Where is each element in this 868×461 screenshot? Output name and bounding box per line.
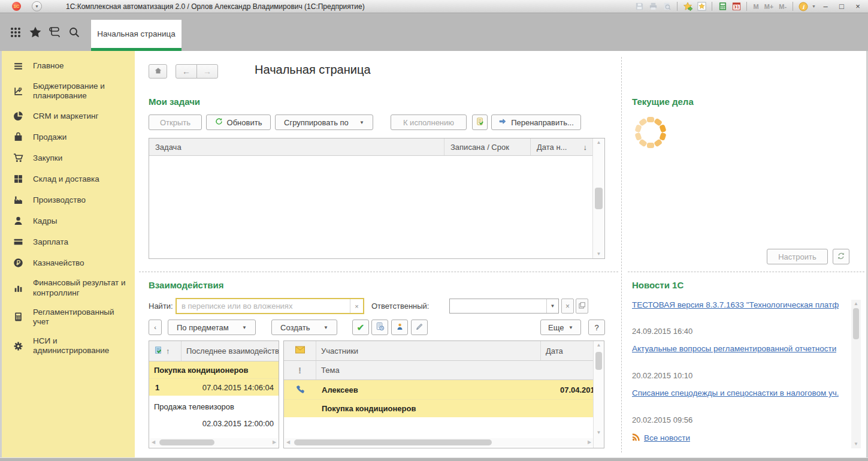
scrollbar-thumb[interactable] (294, 439, 492, 445)
refresh-tasks-button[interactable]: Обновить (206, 115, 271, 130)
scroll-left-icon[interactable]: ◀ (285, 438, 292, 447)
scroll-up-icon[interactable]: ▲ (594, 341, 604, 349)
edit-pen-button[interactable] (411, 320, 428, 335)
refresh-affairs-button[interactable] (833, 249, 849, 264)
memory-m-button[interactable]: M (752, 3, 760, 10)
sidebar-item-treasury[interactable]: Казначейство (2, 252, 135, 273)
info-icon[interactable]: i (798, 2, 809, 11)
scroll-down-icon[interactable]: ▼ (594, 429, 604, 437)
configure-button[interactable]: Настроить (767, 249, 828, 264)
by-subjects-button[interactable]: По предметам ▼ (168, 320, 256, 335)
calendar-icon[interactable]: 31 (731, 2, 742, 11)
forward-task-button[interactable]: Перенаправить... (491, 115, 581, 130)
collapse-panel-button[interactable]: ‹ (149, 320, 162, 335)
news-link[interactable]: Списание спецодежды и спецоснастки в нал… (632, 388, 839, 397)
add-to-favorites-icon[interactable] (682, 2, 693, 11)
group-by-button[interactable]: Сгруппировать по ▼ (275, 115, 373, 130)
scroll-down-icon[interactable]: ▼ (593, 250, 604, 258)
sidebar-item-regulated[interactable]: Регламентированный учет (2, 303, 135, 332)
history-icon[interactable] (48, 26, 61, 39)
forward-button[interactable]: → (196, 64, 218, 79)
assign-person-button[interactable] (391, 320, 408, 335)
column-date-start[interactable]: Дата н... ↓ (531, 138, 593, 155)
maximize-button[interactable]: □ (835, 2, 848, 11)
mark-reviewed-button[interactable]: ✔ (352, 320, 369, 335)
scrollbar-thumb[interactable] (159, 439, 214, 445)
back-button[interactable]: ← (176, 64, 197, 79)
minimize-button[interactable]: – (819, 2, 832, 11)
responsible-combo[interactable]: ▼ (449, 299, 559, 314)
messages-vscrollbar[interactable]: ▲ ▼ (593, 341, 604, 448)
scroll-right-icon[interactable]: ▶ (586, 438, 593, 447)
tasks-table-vscrollbar[interactable]: ▲ ▼ (592, 138, 604, 258)
list-item[interactable]: 02.03.2015 12:00:00 (149, 415, 279, 432)
scrollbar-thumb[interactable] (853, 308, 859, 339)
memory-m-plus-button[interactable]: M+ (763, 3, 775, 10)
favorites-icon[interactable] (696, 2, 707, 11)
sidebar-item-crm[interactable]: CRM и маркетинг (2, 106, 135, 126)
responsible-clear-button[interactable]: × (561, 299, 574, 314)
all-news-link[interactable]: Все новости (644, 433, 690, 442)
scroll-up-icon[interactable]: ▲ (593, 138, 604, 147)
memory-m-minus-button[interactable]: M- (778, 3, 788, 10)
sidebar-item-sales[interactable]: Продажи (2, 126, 135, 147)
news-link[interactable]: Актуальные вопросы регламентированной от… (632, 344, 836, 353)
news-link[interactable]: ТЕСТОВАЯ версия 8.3.7.1633 "Технологичес… (632, 300, 839, 309)
sidebar-item-purchasing[interactable]: Закупки (2, 147, 135, 168)
messages-hscrollbar[interactable]: ◀ ▶ (285, 438, 593, 447)
scroll-up-icon[interactable]: ▲ (851, 300, 861, 308)
subjects-sort-header[interactable]: ↑ (149, 341, 182, 361)
column-participants[interactable]: Участники (316, 341, 541, 360)
help-button[interactable]: ? (588, 320, 605, 335)
accept-task-button[interactable] (472, 115, 488, 130)
list-item[interactable]: 1 07.04.2015 14:06:04 (149, 379, 279, 396)
favorites-star-icon[interactable] (29, 26, 42, 39)
scroll-right-icon[interactable]: ▶ (271, 438, 278, 447)
scrollbar-thumb[interactable] (595, 352, 602, 370)
clear-search-button[interactable]: × (350, 299, 363, 313)
search-icon[interactable] (68, 26, 81, 39)
column-recorded-due[interactable]: Записана / Срок (444, 138, 531, 155)
list-item[interactable]: Продажа телевизоров (149, 398, 279, 415)
sidebar-item-glavnoe[interactable]: Главное (2, 56, 135, 77)
tab-home[interactable]: Начальная страница (91, 20, 182, 51)
sidebar-item-finance[interactable]: Финансовый результат и контроллинг (2, 273, 135, 302)
system-menu-button[interactable]: ▼ (32, 1, 42, 11)
calculator-icon[interactable] (717, 2, 728, 11)
sidebar-item-nsi-admin[interactable]: НСИ и администрирование (2, 332, 135, 360)
news-vscrollbar[interactable]: ▲ ▼ (851, 300, 861, 448)
scroll-left-icon[interactable]: ◀ (150, 438, 157, 447)
list-item[interactable]: Покупка кондиционеров (149, 361, 279, 379)
importance-header[interactable]: ! (284, 361, 316, 379)
table-row[interactable]: Покупка кондиционеров (284, 400, 604, 417)
info-dropdown-icon[interactable]: ▼ (812, 4, 816, 8)
sidebar-item-salary[interactable]: Зарплата (2, 231, 135, 252)
column-task[interactable]: Задача (149, 138, 444, 155)
sidebar-item-budgeting[interactable]: ₽ Бюджетирование и планирование (2, 77, 135, 106)
defer-document-button[interactable] (371, 320, 388, 335)
create-button[interactable]: Создать ▼ (271, 320, 337, 335)
column-topic[interactable]: Тема (316, 361, 604, 379)
table-row[interactable]: Алексеев 07.04.2015 (284, 380, 604, 400)
subjects-hscrollbar[interactable]: ◀ ▶ (150, 438, 278, 447)
responsible-value[interactable] (450, 299, 546, 313)
close-button[interactable]: × (851, 2, 864, 11)
envelope-header[interactable] (284, 341, 316, 360)
to-execution-button[interactable]: К исполнению (391, 115, 467, 130)
scroll-down-icon[interactable]: ▼ (851, 440, 861, 448)
open-task-button[interactable]: Открыть (149, 115, 202, 130)
find-input[interactable] (177, 299, 350, 313)
print-preview-icon[interactable] (661, 2, 672, 11)
scrollbar-thumb[interactable] (595, 188, 603, 209)
apps-menu-icon[interactable] (9, 26, 22, 39)
print-icon[interactable] (648, 2, 658, 11)
save-icon[interactable] (634, 2, 645, 11)
sidebar-item-hr[interactable]: Кадры (2, 210, 135, 231)
more-button[interactable]: Еще ▼ (540, 320, 581, 335)
responsible-open-button[interactable] (576, 299, 588, 314)
home-button[interactable] (149, 64, 167, 79)
sidebar-item-warehouse[interactable]: Склад и доставка (2, 168, 135, 189)
sidebar-item-production[interactable]: Производство (2, 189, 135, 210)
subjects-column-header[interactable]: Последнее взаимодействие (182, 341, 279, 361)
chevron-down-icon[interactable]: ▼ (546, 299, 558, 313)
